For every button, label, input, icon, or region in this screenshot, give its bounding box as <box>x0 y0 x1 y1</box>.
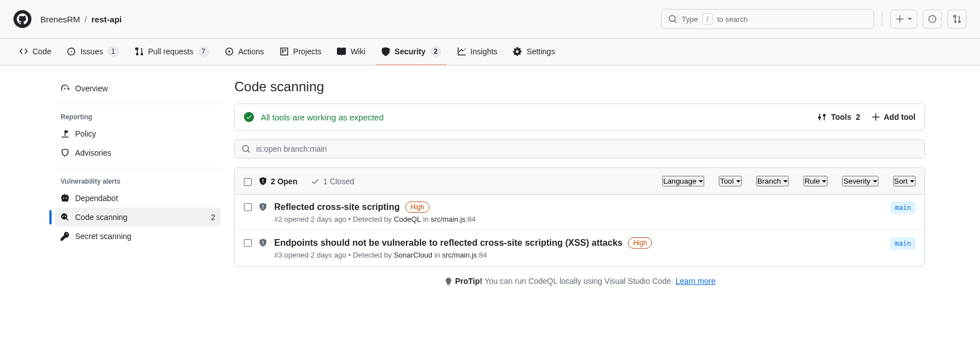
tab-wiki[interactable]: Wiki <box>331 39 371 66</box>
branch-chip[interactable]: main <box>890 202 916 214</box>
shield-icon <box>61 148 70 157</box>
search-key: / <box>702 13 713 25</box>
severity-badge: High <box>405 202 429 213</box>
code-icon <box>19 47 28 56</box>
search-icon <box>242 144 251 153</box>
sidebar-heading-reporting: Reporting <box>55 110 221 124</box>
closed-tab[interactable]: 1 Closed <box>311 177 354 186</box>
shield-alert-icon <box>258 177 267 186</box>
dependabot-icon <box>61 194 70 203</box>
security-count: 2 <box>430 46 441 57</box>
branch-chip[interactable]: main <box>890 237 916 250</box>
tab-pr[interactable]: Pull requests7 <box>129 39 215 66</box>
tab-insights[interactable]: Insights <box>451 39 503 66</box>
page-title: Code scanning <box>234 79 925 95</box>
header-divider <box>882 12 882 26</box>
tab-settings[interactable]: Settings <box>507 39 561 66</box>
search-icon <box>668 15 677 24</box>
select-all-checkbox[interactable] <box>244 178 252 186</box>
shield-alert-icon <box>258 239 267 247</box>
tab-issues[interactable]: Issues1 <box>61 39 124 66</box>
check-icon <box>311 177 320 186</box>
chevron-down-icon <box>910 180 914 183</box>
git-pr-icon <box>953 15 961 24</box>
tools-status: All tools are working as expected Tools2… <box>234 104 925 130</box>
play-icon <box>225 47 234 56</box>
search-placeholder-2: to search <box>717 15 748 24</box>
issue-icon <box>928 15 937 24</box>
sidebar-item-overview[interactable]: Overview <box>55 79 221 98</box>
github-logo[interactable] <box>13 10 31 28</box>
filter-tool[interactable]: Tool <box>719 176 741 186</box>
filter-language[interactable]: Language <box>662 176 704 186</box>
filter-input[interactable]: is:open branch:main <box>234 139 925 158</box>
filter-value: is:open branch:main <box>256 144 327 153</box>
sidebar-item-advisories[interactable]: Advisories <box>55 143 221 162</box>
meter-icon <box>61 84 70 93</box>
check-circle-icon <box>244 112 254 122</box>
alert-title-link[interactable]: Reflected cross-site scripting <box>274 202 400 212</box>
create-new-button[interactable] <box>890 10 917 29</box>
alert-title-link[interactable]: Endpoints should not be vulnerable to re… <box>274 238 622 248</box>
header-right: Type / to search <box>661 9 967 29</box>
repo-nav: Code Issues1 Pull requests7 Actions Proj… <box>0 39 980 66</box>
shield-alert-icon <box>258 203 267 212</box>
sidebar-heading-vuln: Vulnerability alerts <box>55 174 221 189</box>
page-header: BrenesRM / rest-api Type / to search <box>0 0 980 39</box>
alert-row: Endpoints should not be vulnerable to re… <box>235 231 924 266</box>
row-checkbox[interactable] <box>244 203 252 211</box>
pr-tray-button[interactable] <box>947 10 967 29</box>
security-sidebar: Overview Reporting Policy Advisories Vul… <box>55 79 221 286</box>
plus-icon <box>871 113 880 121</box>
tab-security[interactable]: Security2 <box>376 39 447 66</box>
alerts-list: 2 Open 1 Closed Language Tool Branch Rul… <box>234 167 925 267</box>
chevron-down-icon <box>908 18 912 20</box>
status-text: All tools are working as expected <box>261 113 383 122</box>
alert-subtitle: #3 opened 2 days ago • Detected by Sonar… <box>274 251 884 259</box>
add-tool-button[interactable]: Add tool <box>871 113 916 121</box>
project-icon <box>280 47 289 56</box>
repo-link[interactable]: rest-api <box>91 15 122 24</box>
filter-sort[interactable]: Sort <box>893 176 916 186</box>
plus-icon <box>895 15 904 24</box>
issue-icon <box>67 47 76 56</box>
tab-code[interactable]: Code <box>13 39 57 66</box>
issues-count: 1 <box>108 46 119 57</box>
list-header: 2 Open 1 Closed Language Tool Branch Rul… <box>235 168 924 195</box>
codescan-icon <box>61 213 70 222</box>
sliders-icon <box>817 113 826 121</box>
filter-severity[interactable]: Severity <box>842 176 878 186</box>
book-icon <box>337 47 346 56</box>
filter-rule[interactable]: Rule <box>803 176 828 186</box>
tab-actions[interactable]: Actions <box>219 39 270 66</box>
open-tab[interactable]: 2 Open <box>258 177 297 186</box>
chevron-down-icon <box>783 180 788 183</box>
sidebar-divider <box>55 168 221 169</box>
row-checkbox[interactable] <box>244 239 252 247</box>
tab-projects[interactable]: Projects <box>274 39 327 66</box>
sidebar-divider <box>55 104 221 104</box>
tools-link[interactable]: Tools2 <box>817 113 860 121</box>
protip-link[interactable]: Learn more <box>676 277 716 286</box>
key-icon <box>61 232 70 241</box>
git-pr-icon <box>135 47 144 56</box>
chevron-down-icon <box>699 180 703 183</box>
chevron-down-icon <box>873 180 877 183</box>
filter-branch[interactable]: Branch <box>756 176 789 186</box>
page-body: Overview Reporting Policy Advisories Vul… <box>41 66 939 300</box>
alert-row: Reflected cross-site scripting High #2 o… <box>235 195 924 231</box>
graph-icon <box>457 47 466 56</box>
sidebar-item-secret-scanning[interactable]: Secret scanning <box>55 227 221 246</box>
bulb-icon <box>444 277 453 286</box>
search-input[interactable]: Type / to search <box>661 9 874 29</box>
issues-tray-button[interactable] <box>923 10 942 29</box>
chevron-down-icon <box>736 180 741 183</box>
sidebar-item-code-scanning[interactable]: Code scanning2 <box>55 208 221 227</box>
chevron-down-icon <box>822 180 826 183</box>
shield-icon <box>381 47 390 56</box>
protip-text: ProTip! You can run CodeQL locally using… <box>234 277 925 286</box>
sidebar-item-policy[interactable]: Policy <box>55 124 221 143</box>
sidebar-item-dependabot[interactable]: Dependabot <box>55 189 221 208</box>
breadcrumb-sep: / <box>85 15 87 24</box>
owner-link[interactable]: BrenesRM <box>40 15 80 24</box>
